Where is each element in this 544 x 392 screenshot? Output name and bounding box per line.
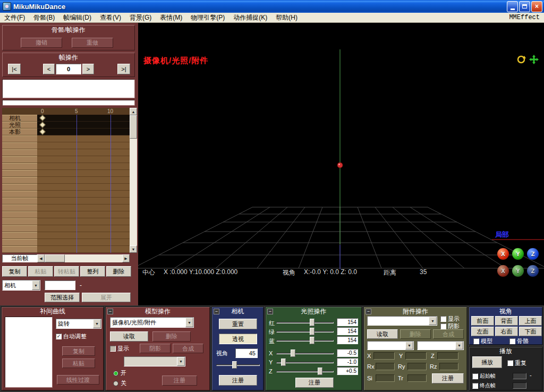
fov-slider[interactable] [216,360,260,370]
view-top-button[interactable]: 上面 [519,316,542,326]
copy-frames-button[interactable]: 复制 [2,266,27,277]
view-bone-checkbox[interactable]: 骨骼 [509,337,529,345]
titlebar[interactable]: MikuMikuDance × [0,0,544,13]
paste-reversed-button[interactable]: 转粘贴 [54,266,79,277]
auto-adjust-checkbox[interactable]: ✓ 自动调整 [56,333,87,340]
frame-number-field[interactable]: 0 [56,64,81,74]
model-sub-dropdown[interactable]: ▼ [124,356,185,367]
slider-thumb[interactable] [310,328,314,335]
acc-x-field[interactable] [373,352,395,360]
collapse-button[interactable]: − [366,309,371,314]
acc-rz-field[interactable] [439,363,458,370]
range-select-button[interactable]: 范围选择 [45,293,80,302]
view-back-button[interactable]: 背面 [495,316,518,326]
camera-register-button[interactable]: 注册 [219,375,257,386]
slider-thumb[interactable] [318,368,322,375]
paste-frames-button[interactable]: 粘贴 [28,266,53,277]
view-right-button[interactable]: 右面 [495,327,518,336]
slider-thumb[interactable] [281,359,286,366]
light-x-slider[interactable] [276,348,334,358]
vscroll-track[interactable] [130,115,137,245]
model-register-button[interactable]: 注册 [162,376,197,386]
green-value-field[interactable]: 154 [337,327,358,335]
accessory-model-dropdown[interactable]: ▼ [367,341,414,350]
range-start-field[interactable] [45,280,75,290]
model-load-button[interactable]: 读取 [110,331,148,342]
menu-background[interactable]: 背景(G) [125,12,156,23]
accessory-bone-dropdown[interactable]: ▼ [417,341,464,350]
view-left-button[interactable]: 左面 [471,327,494,336]
collapse-button[interactable]: − [214,309,219,314]
menu-help[interactable]: 帮助(H) [271,12,302,23]
arrange-frames-button[interactable]: 整列 [80,266,105,277]
interp-curve-canvas[interactable] [5,317,53,388]
fov-value-field[interactable]: 45 [235,348,258,358]
menu-bone[interactable]: 骨骼(B) [29,12,59,23]
timeline-grid[interactable]: 相机 光照 本影 [2,115,130,253]
play-button[interactable]: 播放 [472,356,502,368]
bone-list-strip[interactable] [2,100,135,106]
menu-frame-edit[interactable]: 帧编辑(D) [59,12,96,23]
rotate-x-axis-button[interactable]: X [497,248,509,260]
green-slider[interactable] [276,327,334,336]
end-frame-checkbox[interactable]: 终点帧 [472,382,496,389]
collapse-button[interactable]: − [267,309,273,314]
blue-slider[interactable] [276,336,334,345]
accessory-load-button[interactable]: 读取 [367,329,398,339]
menu-physics[interactable]: 物理引擎(P) [186,12,229,23]
last-frame-button[interactable]: >| [117,64,130,74]
scroll-right-button[interactable]: ▶ [122,254,130,262]
blue-value-field[interactable]: 154 [337,336,358,344]
next-frame-button[interactable]: > [82,64,94,74]
redo-button[interactable]: 重做 [72,38,113,48]
scroll-left-button[interactable]: ◀ [37,254,45,262]
collapse-button[interactable]: − [107,309,113,314]
rotate-view-icon[interactable] [516,55,526,64]
menu-expression[interactable]: 表情(M) [156,12,186,23]
camera-reset-button[interactable]: 重置 [219,319,257,329]
timeline-hscrollbar[interactable]: ◀ ▶ [37,254,130,262]
physics-off-radio[interactable]: 关 [113,379,126,387]
undo-button[interactable]: 撤销 [21,38,62,48]
track-light[interactable]: 光照 [2,122,37,129]
acc-z-field[interactable] [437,352,458,360]
acc-si-field[interactable] [376,374,395,382]
model-display-checkbox[interactable]: 显示 [110,345,129,353]
acc-rx-field[interactable] [376,363,395,370]
light-x-value-field[interactable]: -0.5 [337,349,358,357]
first-frame-button[interactable]: |< [8,64,21,74]
vscroll-thumb[interactable] [130,115,137,139]
bone-listbox[interactable] [2,79,135,98]
light-z-value-field[interactable]: +0.5 [337,367,358,375]
accessory-display-checkbox[interactable]: 显示 [440,315,460,323]
mmeffect-menu[interactable]: MMEffect [509,14,544,21]
close-button[interactable]: × [531,1,542,12]
light-y-slider[interactable] [276,357,334,367]
track-self-shadow[interactable]: 本影 [2,129,37,135]
start-frame-field[interactable] [513,373,526,379]
track-camera[interactable]: 相机 [2,115,37,122]
expand-button[interactable]: 展开 [82,293,131,302]
timeline-vscrollbar[interactable]: ▲ ▼ [130,108,137,253]
delete-frames-button[interactable]: 删除 [106,266,131,277]
view-front-button[interactable]: 前面 [471,316,494,326]
accessory-delete-button[interactable]: 删除 [400,329,431,339]
model-select-dropdown[interactable]: 摄像机/光照/附件 ▼ [110,317,194,328]
rotate-y-axis-button[interactable]: Y [512,248,524,260]
viewport-3d[interactable]: 摄像机/光照/附件 局部 X Y Z X Y Z 中心 X :0.000 Y:1… [138,23,544,305]
physics-on-radio[interactable]: 开 [113,369,126,377]
perspective-toggle-button[interactable]: 透视 [219,334,257,344]
slider-thumb[interactable] [291,350,295,357]
keyframe-grid[interactable] [37,115,130,253]
slider-thumb[interactable] [310,337,314,344]
model-delete-button[interactable]: 删除 [152,331,191,342]
light-register-button[interactable]: 注册 [295,378,334,388]
pan-view-icon[interactable] [529,55,539,64]
end-frame-field[interactable] [513,382,526,389]
interp-channel-select[interactable]: 旋转 ▼ [56,319,101,329]
hscroll-thumb[interactable] [45,254,65,262]
start-frame-checkbox[interactable]: 起始帧 [472,372,496,380]
slider-thumb[interactable] [232,361,237,369]
view-bottom-button[interactable]: 下面 [519,327,542,336]
red-slider[interactable] [276,318,334,327]
